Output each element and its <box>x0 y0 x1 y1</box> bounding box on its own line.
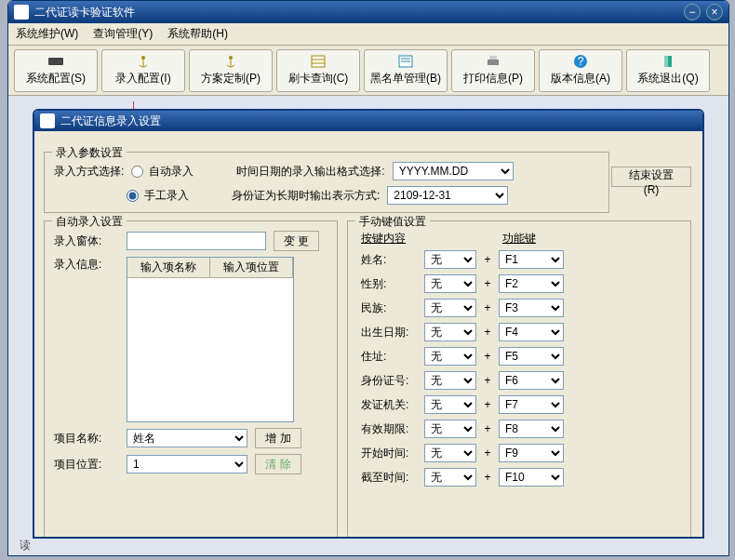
proj-name-label: 项目名称: <box>54 431 119 447</box>
toolbar-plan[interactable]: 方案定制(P) <box>189 49 273 92</box>
toolbar-swipe[interactable]: 刷卡查询(C) <box>276 49 360 92</box>
key-addr-fk[interactable]: F5 <box>499 347 564 366</box>
help-icon: ? <box>571 54 590 69</box>
key-end-label: 截至时间: <box>357 470 419 486</box>
svg-point-1 <box>141 56 145 60</box>
keycontent-header: 按键内容 <box>357 231 419 247</box>
key-birth-sel[interactable]: 无 <box>424 323 476 341</box>
key-addr-label: 住址: <box>357 349 419 365</box>
longterm-select[interactable]: 2109-12-31 <box>387 186 508 205</box>
key-nation-fk[interactable]: F3 <box>499 299 564 317</box>
content-area: ↓ 二代证信息录入设置 结束设置(R) 录入参数设置 录入方式选择: 自动录入 … <box>8 96 728 555</box>
col-pos: 输入项位置 <box>210 258 293 277</box>
toolbar-exit[interactable]: 系统退出(Q) <box>626 49 710 92</box>
key-addr-sel[interactable]: 无 <box>424 347 476 366</box>
grid-icon <box>309 54 327 69</box>
date-format-label: 时间日期的录入输出格式选择: <box>236 164 384 180</box>
toolbar-inputcfg[interactable]: 录入配置(I) <box>101 49 185 92</box>
key-issuer-label: 发证机关: <box>357 397 419 413</box>
key-gender-sel[interactable]: 无 <box>424 274 476 293</box>
proj-name-select[interactable]: 姓名 <box>127 429 247 447</box>
proj-pos-label: 项目位置: <box>54 457 119 473</box>
anchor-icon <box>221 54 240 69</box>
menu-maintain[interactable]: 系统维护(W) <box>16 26 78 42</box>
key-nation-label: 民族: <box>357 300 419 316</box>
menu-help[interactable]: 系统帮助(H) <box>167 26 228 42</box>
add-button[interactable]: 增 加 <box>255 428 301 448</box>
group-legend: 手动键值设置 <box>355 214 430 230</box>
end-settings-button[interactable]: 结束设置(R) <box>611 167 691 187</box>
keyboard-icon <box>47 54 65 69</box>
menu-query[interactable]: 查询管理(Y) <box>93 26 153 42</box>
longterm-label: 身份证为长期时输出表示方式: <box>232 188 380 204</box>
minimize-button[interactable]: − <box>684 4 701 20</box>
toolbar-blacklist[interactable]: 黑名单管理(B) <box>364 49 448 92</box>
auto-input-group: 自动录入设置 录入窗体: 变 更 录入信息: 输入项名称 输入项位置 <box>44 220 338 539</box>
printer-icon <box>484 54 502 69</box>
key-name-fk[interactable]: F1 <box>499 250 564 269</box>
key-grid: 姓名:无+F1 性别:无+F2 民族:无+F3 出生日期:无+F4 住址:无+F… <box>357 250 681 487</box>
svg-rect-3 <box>312 56 325 67</box>
key-valid-fk[interactable]: F8 <box>499 420 564 438</box>
toolbar-print[interactable]: 打印信息(P) <box>451 49 535 92</box>
menubar: 系统维护(W) 查询管理(Y) 系统帮助(H) <box>8 23 728 46</box>
window-label: 录入窗体: <box>54 233 119 249</box>
input-settings-dialog: 二代证信息录入设置 结束设置(R) 录入参数设置 录入方式选择: 自动录入 时间… <box>33 109 704 539</box>
svg-rect-14 <box>664 56 668 67</box>
app-title: 二代证读卡验证软件 <box>34 5 684 20</box>
key-nation-sel[interactable]: 无 <box>424 299 476 317</box>
clear-button[interactable]: 清 除 <box>255 454 301 474</box>
key-gender-label: 性别: <box>357 276 419 292</box>
info-table[interactable]: 输入项名称 输入项位置 <box>127 257 294 422</box>
dialog-title: 二代证信息录入设置 <box>60 113 161 129</box>
dialog-titlebar: 二代证信息录入设置 <box>34 111 702 131</box>
col-name: 输入项名称 <box>127 258 210 277</box>
key-issuer-sel[interactable]: 无 <box>424 395 476 414</box>
svg-point-2 <box>229 56 233 60</box>
key-gender-fk[interactable]: F2 <box>499 274 564 293</box>
date-format-select[interactable]: YYYY.MM.DD <box>393 162 514 180</box>
key-idno-sel[interactable]: 无 <box>424 371 476 390</box>
toolbar-version[interactable]: ?版本信息(A) <box>539 49 622 92</box>
key-birth-fk[interactable]: F4 <box>499 323 564 341</box>
app-icon <box>14 5 29 20</box>
funckey-header: 功能键 <box>499 231 564 247</box>
toolbar-sysconfig[interactable]: 系统配置(S) <box>14 49 98 92</box>
anchor-icon <box>134 54 153 69</box>
key-start-label: 开始时间: <box>357 446 419 461</box>
key-valid-label: 有效期限: <box>357 421 419 437</box>
key-name-sel[interactable]: 无 <box>424 250 476 269</box>
method-label: 录入方式选择: <box>54 164 124 180</box>
main-window: 二代证读卡验证软件 − × 系统维护(W) 查询管理(Y) 系统帮助(H) 系统… <box>7 0 729 556</box>
toolbar: 系统配置(S) 录入配置(I) 方案定制(P) 刷卡查询(C) 黑名单管理(B)… <box>8 46 728 96</box>
close-button[interactable]: × <box>706 4 723 20</box>
manual-key-group: 手动键值设置 按键内容 功能键 姓名:无+F1 性别:无+F2 民族:无+F3 … <box>347 220 691 539</box>
proj-pos-select[interactable]: 1 <box>127 455 247 473</box>
door-icon <box>659 54 677 69</box>
info-label: 录入信息: <box>54 257 119 273</box>
key-issuer-fk[interactable]: F7 <box>499 395 564 414</box>
svg-text:?: ? <box>578 55 584 68</box>
list-icon <box>396 54 415 69</box>
change-button[interactable]: 变 更 <box>274 231 319 251</box>
dialog-icon <box>40 113 55 128</box>
key-start-fk[interactable]: F9 <box>499 444 564 462</box>
group-legend: 自动录入设置 <box>52 214 127 230</box>
group-legend: 录入参数设置 <box>52 145 127 161</box>
svg-rect-10 <box>489 56 497 60</box>
statusbar: 读 <box>20 538 31 553</box>
main-titlebar: 二代证读卡验证软件 − × <box>8 1 728 23</box>
svg-rect-0 <box>48 58 63 65</box>
key-valid-sel[interactable]: 无 <box>424 420 476 438</box>
radio-manual[interactable]: 手工录入 <box>127 188 189 204</box>
key-idno-label: 身份证号: <box>357 373 419 389</box>
key-start-sel[interactable]: 无 <box>424 444 476 462</box>
key-end-sel[interactable]: 无 <box>424 468 476 487</box>
radio-auto[interactable]: 自动录入 <box>131 164 194 180</box>
input-params-group: 录入参数设置 录入方式选择: 自动录入 时间日期的录入输出格式选择: YYYY.… <box>44 152 609 213</box>
key-end-fk[interactable]: F10 <box>499 468 564 487</box>
key-birth-label: 出生日期: <box>357 325 419 340</box>
key-idno-fk[interactable]: F6 <box>499 371 564 390</box>
key-name-label: 姓名: <box>357 252 419 268</box>
window-input[interactable] <box>127 232 266 250</box>
